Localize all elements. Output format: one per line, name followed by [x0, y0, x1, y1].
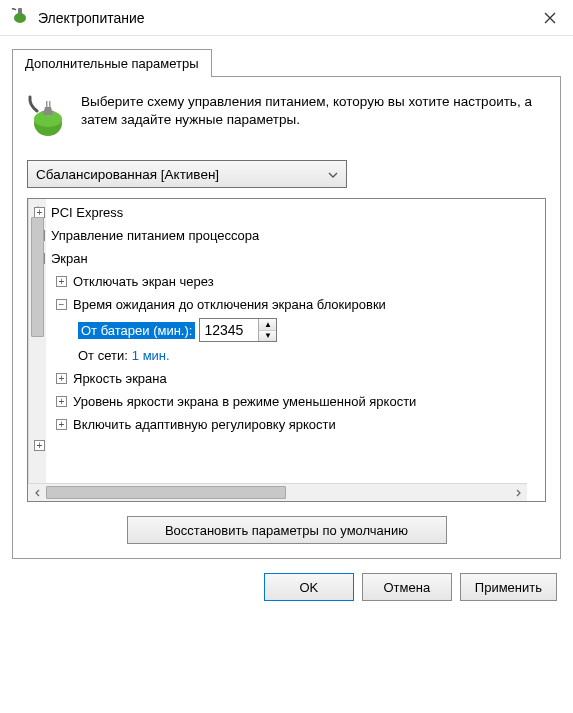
settings-tree: + PCI Express + Управление питанием проц…	[27, 198, 546, 502]
tree-item-brightness[interactable]: + Яркость экрана	[28, 367, 527, 390]
ok-button[interactable]: OK	[264, 573, 354, 601]
tab-advanced-settings[interactable]: Дополнительные параметры	[12, 49, 212, 77]
cancel-button[interactable]: Отмена	[362, 573, 452, 601]
on-battery-spinner[interactable]: ▲ ▼	[199, 318, 277, 342]
vertical-scrollbar[interactable]	[28, 199, 46, 501]
svg-rect-5	[49, 101, 51, 107]
tree-item-cpu-power[interactable]: + Управление питанием процессора	[28, 224, 527, 247]
tree-item-on-battery[interactable]: От батареи (мин.): ▲ ▼	[28, 316, 527, 344]
on-battery-label: От батареи (мин.):	[78, 322, 195, 339]
horizontal-scrollbar[interactable]	[28, 483, 527, 501]
tree-item-lock-screen-timeout[interactable]: − Время ожидания до отключения экрана бл…	[28, 293, 527, 316]
window-title: Электропитание	[38, 10, 145, 26]
tree-item-partial[interactable]: +	[28, 436, 527, 455]
tree-item-adaptive-brightness[interactable]: + Включить адаптивную регулировку яркост…	[28, 413, 527, 436]
restore-defaults-button[interactable]: Восстановить параметры по умолчанию	[127, 516, 447, 544]
hscroll-thumb[interactable]	[46, 486, 286, 499]
svg-point-0	[14, 13, 26, 23]
tree-item-display[interactable]: − Экран	[28, 247, 527, 270]
scroll-left-arrow[interactable]	[28, 484, 46, 501]
tree-item-turn-off-display[interactable]: + Отключать экран через	[28, 270, 527, 293]
expand-icon[interactable]: +	[56, 419, 67, 430]
collapse-icon[interactable]: −	[56, 299, 67, 310]
dialog-footer: OK Отмена Применить	[0, 559, 573, 615]
power-icon	[10, 6, 30, 29]
expand-icon[interactable]: +	[56, 276, 67, 287]
expand-icon[interactable]: +	[56, 396, 67, 407]
expand-icon[interactable]: +	[56, 373, 67, 384]
spin-up-button[interactable]: ▲	[259, 319, 276, 331]
scroll-right-arrow[interactable]	[509, 484, 527, 501]
scroll-thumb[interactable]	[31, 217, 44, 337]
instructions-text: Выберите схему управления питанием, кото…	[81, 93, 546, 129]
on-battery-input[interactable]	[200, 319, 258, 341]
plugged-in-value: 1 мин.	[132, 348, 170, 363]
tab-panel: Выберите схему управления питанием, кото…	[12, 76, 561, 559]
scheme-selected-label: Сбалансированная [Активен]	[36, 167, 219, 182]
battery-plug-icon	[27, 93, 69, 144]
svg-rect-1	[18, 8, 22, 14]
svg-rect-4	[46, 101, 48, 107]
chevron-down-icon	[328, 168, 338, 180]
titlebar: Электропитание	[0, 0, 573, 36]
tree-item-pci-express[interactable]: + PCI Express	[28, 201, 527, 224]
power-scheme-select[interactable]: Сбалансированная [Активен]	[27, 160, 347, 188]
close-button[interactable]	[527, 0, 573, 36]
tree-item-plugged-in[interactable]: От сети: 1 мин.	[28, 344, 527, 367]
tree-item-dimmed-brightness[interactable]: + Уровень яркости экрана в режиме уменьш…	[28, 390, 527, 413]
apply-button[interactable]: Применить	[460, 573, 557, 601]
plugged-in-label: От сети:	[78, 348, 128, 363]
spin-down-button[interactable]: ▼	[259, 331, 276, 342]
